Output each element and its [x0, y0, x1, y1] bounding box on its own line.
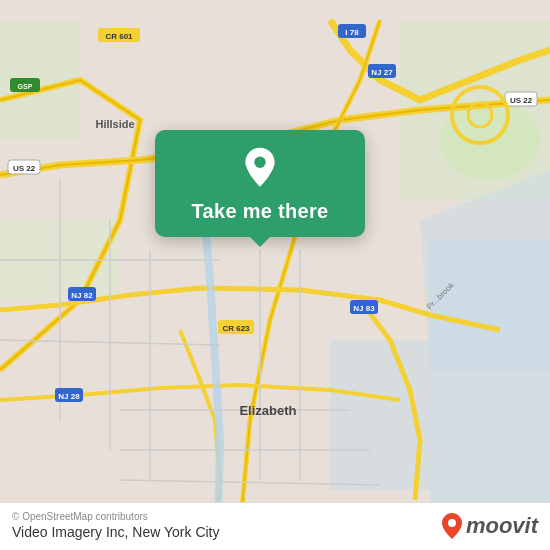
- moovit-logo: moovit: [442, 513, 538, 539]
- bottom-left-info: © OpenStreetMap contributors Video Image…: [12, 511, 220, 540]
- svg-text:Hillside: Hillside: [95, 118, 134, 130]
- take-me-there-button[interactable]: Take me there: [192, 200, 329, 223]
- svg-text:NJ 28: NJ 28: [58, 392, 80, 401]
- svg-point-35: [448, 519, 456, 527]
- moovit-brand-text: moovit: [466, 513, 538, 539]
- svg-point-34: [254, 157, 265, 168]
- osm-attribution: © OpenStreetMap contributors: [12, 511, 220, 522]
- svg-text:US 22: US 22: [510, 96, 533, 105]
- svg-text:US 22: US 22: [13, 164, 36, 173]
- moovit-pin-icon: [442, 513, 462, 539]
- popup-card: Take me there: [155, 130, 365, 237]
- svg-text:NJ 82: NJ 82: [71, 291, 93, 300]
- map-container: CR 601 US 22 US 22 I 78 NJ 27 NJ 82 CR 6…: [0, 0, 550, 550]
- svg-text:I 78: I 78: [345, 28, 359, 37]
- svg-text:NJ 83: NJ 83: [353, 304, 375, 313]
- bottom-bar: © OpenStreetMap contributors Video Image…: [0, 502, 550, 550]
- svg-text:Elizabeth: Elizabeth: [239, 403, 296, 418]
- svg-text:GSP: GSP: [18, 83, 33, 90]
- location-title: Video Imagery Inc, New York City: [12, 524, 220, 540]
- location-pin-icon: [238, 146, 282, 190]
- svg-text:NJ 27: NJ 27: [371, 68, 393, 77]
- map-background: CR 601 US 22 US 22 I 78 NJ 27 NJ 82 CR 6…: [0, 0, 550, 550]
- svg-text:CR 623: CR 623: [222, 324, 250, 333]
- svg-text:CR 601: CR 601: [105, 32, 133, 41]
